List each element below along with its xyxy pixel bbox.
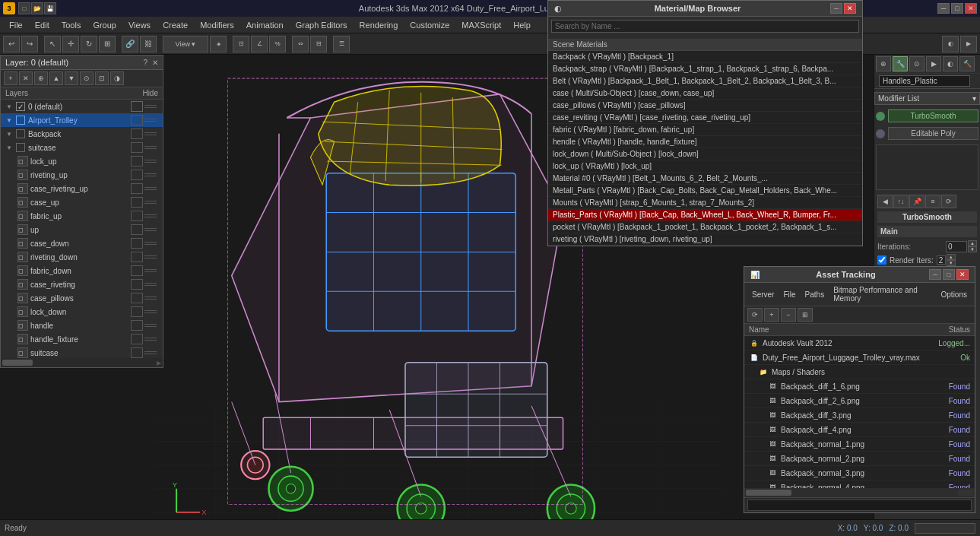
mat-item[interactable]: Plastic_Parts ( VRayMtl ) [Back_Cap, Bac… — [548, 209, 862, 221]
layer-vis-btn[interactable] — [131, 101, 143, 112]
layers-delete-btn[interactable]: ✕ — [19, 71, 33, 85]
layer-vis-btn[interactable] — [131, 238, 143, 249]
layers-new-btn[interactable]: + — [4, 71, 17, 85]
ts-params-btn[interactable]: ≡ — [925, 195, 940, 208]
render-iters-up[interactable]: ▲ — [947, 254, 956, 260]
layer-subitem[interactable]: ◻fabric_up — [7, 209, 163, 223]
at-list-item[interactable]: 🖼 Backpack_normal_2.png Found — [744, 452, 975, 466]
menu-item-views[interactable]: Views — [122, 19, 157, 31]
close-btn[interactable]: ✕ — [965, 3, 977, 14]
at-scrollbar-thumb[interactable] — [746, 490, 791, 496]
layers-close-btn[interactable]: ✕ — [152, 59, 158, 67]
render-btn[interactable]: ▶ — [960, 36, 977, 52]
render-iters-down[interactable]: ▼ — [947, 260, 956, 266]
at-menu-item-bitmap-performance-and-memory[interactable]: Bitmap Performance and Memory — [829, 284, 936, 304]
menu-item-modifiers[interactable]: Modifiers — [194, 19, 240, 31]
layer-subitem[interactable]: ◻case_riveting — [7, 278, 163, 291]
save-btn[interactable]: 💾 — [44, 2, 56, 14]
layer-checkbox[interactable] — [16, 129, 25, 138]
at-list-item[interactable]: 🖼 Backpack_normal_1.png Found — [744, 437, 975, 452]
layer-vis-btn[interactable] — [131, 279, 143, 290]
mat-item[interactable]: fabric ( VRayMtl ) [fabric_down, fabric_… — [548, 124, 862, 136]
layer-vis-btn[interactable] — [131, 142, 143, 153]
scale-btn[interactable]: ⊞ — [99, 36, 116, 52]
mat-search-input[interactable] — [551, 20, 859, 33]
utilities-panel-btn[interactable]: 🔨 — [959, 56, 975, 71]
layers-add-sel-btn[interactable]: ⊕ — [34, 71, 48, 85]
menu-item-help[interactable]: Help — [507, 19, 537, 31]
menu-item-rendering[interactable]: Rendering — [354, 19, 404, 31]
mat-item[interactable]: case_pillows ( VRayMtl ) [case_pillows] — [548, 100, 862, 112]
layer-vis-btn[interactable] — [131, 156, 143, 167]
mat-item[interactable]: case_reviting ( VRayMtl ) [case_riveting… — [548, 112, 862, 124]
ref-coord-btn[interactable]: View ▾ — [163, 36, 208, 52]
turbosmooth-modifier[interactable]: TurboSmooth — [888, 109, 978, 122]
at-menu-item-options[interactable]: Options — [937, 289, 972, 300]
layer-item[interactable]: ▼ Backpack — [1, 127, 163, 141]
render-iters-check[interactable] — [877, 255, 886, 265]
layer-subitem[interactable]: ◻fabric_down — [7, 264, 163, 278]
align-btn[interactable]: ⊟ — [310, 36, 327, 52]
layer-subitem[interactable]: ◻lock_up — [7, 154, 163, 168]
layer-vis-btn[interactable] — [131, 170, 143, 180]
mat-item[interactable]: lock_down ( Multi/Sub-Object ) [lock_dow… — [548, 148, 862, 160]
at-list-item[interactable]: 🖼 Backpack_normal_4.png Found — [744, 480, 975, 488]
hierarchy-panel-btn[interactable]: ⊙ — [909, 56, 924, 71]
mat-item[interactable]: lock_up ( VRayMtl ) [lock_up] — [548, 160, 862, 173]
time-slider[interactable] — [915, 523, 975, 534]
ts-move-btn[interactable]: ↑↓ — [893, 195, 909, 208]
layer-vis-btn[interactable] — [131, 115, 143, 125]
layers-sel-btn[interactable]: ⊙ — [80, 71, 94, 85]
mat-item[interactable]: Material #0 ( VRayMtl ) [Belt_1_Mounts_6… — [548, 173, 862, 185]
pivot-btn[interactable]: ◈ — [210, 36, 227, 52]
layer-subitem[interactable]: ◻case_down — [7, 236, 163, 250]
layer-vis-btn[interactable] — [131, 334, 143, 344]
select-btn[interactable]: ↖ — [44, 36, 61, 52]
unlink-btn[interactable]: ⛓ — [140, 36, 157, 52]
at-list-item[interactable]: 🖼 Backpack_diff_4.png Found — [744, 423, 975, 437]
ts-recycle-btn[interactable]: ⟳ — [941, 195, 956, 208]
display-panel-btn[interactable]: ◐ — [943, 56, 958, 71]
layer-vis-btn[interactable] — [131, 224, 143, 235]
material-editor-btn[interactable]: ◐ — [942, 36, 959, 52]
layers-list[interactable]: ▼ ✓ 0 (default) ▼ Airport_Trolley ▼ — [1, 100, 163, 358]
at-minimize-btn[interactable]: ─ — [929, 269, 941, 280]
mat-browser-close[interactable]: ✕ — [844, 3, 856, 14]
redo-btn[interactable]: ↪ — [21, 36, 38, 52]
render-iters-spinner[interactable]: ▲ ▼ — [937, 254, 956, 266]
iterations-down[interactable]: ▼ — [968, 246, 977, 252]
percent-snap-btn[interactable]: % — [269, 36, 286, 52]
layer-vis-btn[interactable] — [131, 252, 143, 262]
scrollbar-thumb[interactable] — [2, 360, 33, 366]
editpoly-row[interactable]: Editable Poly — [876, 125, 978, 141]
turbosmooth-row[interactable]: TurboSmooth — [876, 108, 978, 124]
mat-item[interactable]: Belt ( VRayMtl ) [Backpack_1_Belt_1, Bac… — [548, 75, 862, 87]
open-btn[interactable]: 📂 — [31, 2, 43, 14]
menu-item-tools[interactable]: Tools — [56, 19, 87, 31]
modifier-list-dropdown[interactable]: ▾ — [972, 94, 976, 103]
layer-subitem[interactable]: ◻case_pillows — [7, 291, 163, 305]
at-menu-item-server[interactable]: Server — [747, 289, 779, 300]
ts-arrow-left-btn[interactable]: ◀ — [877, 195, 893, 208]
at-menu-item-file[interactable]: File — [779, 289, 800, 300]
layer-vis-btn[interactable] — [131, 293, 143, 303]
layer-checkbox[interactable]: ✓ — [16, 102, 25, 111]
mat-item[interactable]: Metall_Parts ( VRayMtl ) [Back_Cap_Bolts… — [548, 185, 862, 197]
iterations-spinner[interactable]: ▲ ▼ — [946, 240, 977, 252]
editpoly-modifier[interactable]: Editable Poly — [888, 127, 978, 140]
layer-vis-btn[interactable] — [131, 265, 143, 276]
mat-item[interactable]: case ( Multi/Sub-Object ) [case_down, ca… — [548, 87, 862, 100]
menu-item-animation[interactable]: Animation — [240, 19, 290, 31]
at-grid-btn[interactable]: ⊞ — [798, 308, 813, 322]
layers-scrollbar-h[interactable]: ▶ — [1, 358, 163, 367]
layers-move-down-btn[interactable]: ▼ — [65, 71, 78, 85]
motion-panel-btn[interactable]: ▶ — [926, 56, 941, 71]
menu-item-graph editors[interactable]: Graph Editors — [290, 19, 354, 31]
at-scrollbar-h[interactable] — [744, 488, 975, 497]
layer-subitem[interactable]: ◻case_riveting_up — [7, 182, 163, 195]
at-menu-item-paths[interactable]: Paths — [801, 289, 829, 300]
layer-vis-btn[interactable] — [131, 128, 143, 139]
render-iters-input[interactable] — [937, 255, 946, 265]
at-remove-btn[interactable]: − — [781, 308, 796, 322]
create-panel-btn[interactable]: ⊕ — [876, 56, 891, 71]
